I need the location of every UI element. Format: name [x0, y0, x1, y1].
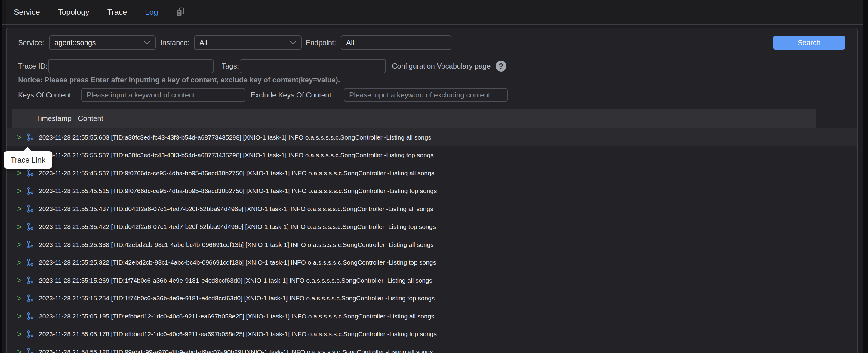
expand-chevron-icon[interactable]: >	[17, 276, 24, 285]
log-row-text: 2023-11-28 21:55:55.603 [TID:a30fc3ed-fc…	[39, 134, 431, 141]
exclude-keys-label: Exclude Keys Of Content:	[251, 88, 333, 102]
table-row[interactable]: > 2023-11-28 21:55:05.195 [TID:efbbed12-…	[7, 307, 857, 325]
instance-select-value: All	[199, 38, 208, 47]
service-select-value: agent::songs	[55, 38, 96, 47]
table-row[interactable]: > 2023-11-28 21:55:15.269 [TID:1f74b0c6-…	[7, 271, 857, 290]
trace-link-icon[interactable]	[27, 312, 34, 320]
expand-chevron-icon[interactable]: >	[17, 294, 24, 303]
trace-link-icon[interactable]	[27, 169, 34, 177]
expand-chevron-icon[interactable]: >	[17, 168, 24, 178]
log-rows: > 2023-11-28 21:55:55.603 [TID:a30fc3ed-…	[7, 128, 857, 353]
trace-link-icon[interactable]	[27, 259, 34, 267]
tab-topology[interactable]: Topology	[58, 7, 89, 17]
expand-chevron-icon[interactable]: >	[17, 222, 24, 231]
trace-link-tooltip: Trace Link	[4, 151, 52, 169]
keys-of-content-label: Keys Of Content:	[18, 88, 73, 102]
trace-link-icon[interactable]	[27, 276, 34, 284]
trace-link-icon[interactable]	[27, 294, 34, 302]
table-row[interactable]: > 2023-11-28 21:55:15.254 [TID:1f74b0c6-…	[7, 290, 857, 308]
log-row-text: 2023-11-28 21:55:25.338 [TID:42ebd2cb-98…	[39, 241, 434, 248]
log-page: Service Topology Trace Log Service: agen…	[0, 0, 868, 353]
trace-link-icon[interactable]	[27, 223, 34, 231]
expand-chevron-icon[interactable]: >	[17, 329, 24, 339]
tags-label: Tags:	[222, 59, 239, 73]
trace-link-icon[interactable]	[27, 205, 34, 213]
trace-link-icon[interactable]	[27, 187, 34, 195]
log-row-text: 2023-11-28 21:54:55.120 [TID:99abdc99-a9…	[39, 349, 433, 353]
expand-chevron-icon[interactable]: >	[17, 240, 24, 249]
table-row[interactable]: > 2023-11-28 21:54:55.120 [TID:99abdc99-…	[7, 343, 857, 353]
exclude-keys-input[interactable]	[344, 88, 508, 102]
log-row-text: 2023-11-28 21:55:15.254 [TID:1f74b0c6-a3…	[39, 295, 435, 302]
keys-of-content-input[interactable]	[81, 88, 245, 102]
tab-log[interactable]: Log	[145, 7, 158, 17]
log-filter-panel: Service: agent::songs Instance: All Endp…	[6, 28, 858, 353]
log-row-text: 2023-11-28 21:55:05.195 [TID:efbbed12-1d…	[39, 313, 434, 320]
log-row-text: 2023-11-28 21:55:05.178 [TID:efbbed12-1d…	[39, 330, 437, 338]
table-header-timestamp-content: Timestamp - Content	[12, 109, 816, 128]
expand-chevron-icon[interactable]: >	[17, 204, 24, 214]
table-row[interactable]: > 2023-11-28 21:55:25.322 [TID:42ebd2cb-…	[7, 254, 857, 272]
tab-bar-divider	[2, 24, 863, 25]
trace-link-icon[interactable]	[27, 330, 34, 338]
notice-text: Notice: Please press Enter after inputti…	[18, 74, 340, 86]
expand-chevron-icon[interactable]: >	[17, 312, 24, 321]
log-row-text: 2023-11-28 21:55:35.422 [TID:d042f2a6-07…	[39, 223, 436, 230]
chevron-down-icon	[290, 41, 296, 45]
window-left-gutter	[2, 0, 6, 353]
endpoint-label: Endpoint:	[306, 35, 336, 50]
tooltip-text: Trace Link	[10, 156, 45, 164]
expand-chevron-icon[interactable]: >	[17, 258, 24, 267]
tab-trace[interactable]: Trace	[107, 7, 127, 17]
expand-chevron-icon[interactable]: >	[17, 186, 24, 196]
search-button[interactable]: Search	[773, 36, 845, 50]
instance-label: Instance:	[160, 35, 189, 50]
log-row-text: 2023-11-28 21:55:45.515 [TID:9f0766dc-ce…	[39, 187, 437, 195]
tags-input[interactable]	[240, 59, 386, 73]
log-row-text: 2023-11-28 21:55:45.537 [TID:9f0766dc-ce…	[39, 169, 434, 177]
log-row-text: 2023-11-28 21:55:55.587 [TID:a30fc3ed-fc…	[39, 152, 434, 159]
table-row[interactable]: > 2023-11-28 21:55:35.437 [TID:d042f2a6-…	[7, 200, 857, 218]
expand-chevron-icon[interactable]: >	[17, 347, 24, 353]
expand-chevron-icon[interactable]: >	[17, 133, 24, 142]
chevron-down-icon	[144, 41, 150, 45]
tab-service[interactable]: Service	[14, 7, 40, 17]
trace-link-icon[interactable]	[27, 133, 34, 141]
table-row[interactable]: > 2023-11-28 21:55:45.537 [TID:9f0766dc-…	[7, 164, 857, 182]
table-row[interactable]: > 2023-11-28 21:55:55.587 [TID:a30fc3ed-…	[7, 147, 857, 164]
log-row-text: 2023-11-28 21:55:35.437 [TID:d042f2a6-07…	[39, 205, 433, 213]
copy-icon[interactable]	[176, 7, 184, 18]
table-row[interactable]: > 2023-11-28 21:55:55.603 [TID:a30fc3ed-…	[7, 128, 857, 147]
table-row[interactable]: > 2023-11-28 21:55:05.178 [TID:efbbed12-…	[7, 325, 857, 343]
top-tab-bar: Service Topology Trace Log	[14, 0, 184, 24]
trace-link-icon[interactable]	[27, 240, 34, 249]
help-icon[interactable]: ?	[496, 61, 506, 71]
table-row[interactable]: > 2023-11-28 21:55:35.422 [TID:d042f2a6-…	[7, 218, 857, 236]
configuration-vocabulary-link[interactable]: Configuration Vocabulary page	[392, 59, 491, 73]
table-row[interactable]: > 2023-11-28 21:55:25.338 [TID:42ebd2cb-…	[7, 236, 857, 254]
table-row[interactable]: > 2023-11-28 21:55:45.515 [TID:9f0766dc-…	[7, 182, 857, 200]
service-select[interactable]: agent::songs	[49, 35, 156, 50]
instance-select[interactable]: All	[194, 35, 302, 50]
scrollbar[interactable]	[863, 0, 868, 353]
log-row-text: 2023-11-28 21:55:15.269 [TID:1f74b0c6-a3…	[39, 277, 432, 284]
trace-id-label: Trace ID:	[18, 59, 48, 73]
service-label: Service:	[18, 35, 44, 50]
trace-link-icon[interactable]	[27, 348, 34, 353]
endpoint-input[interactable]	[341, 35, 452, 50]
log-row-text: 2023-11-28 21:55:25.322 [TID:42ebd2cb-98…	[39, 259, 436, 266]
trace-id-input[interactable]	[48, 59, 214, 73]
